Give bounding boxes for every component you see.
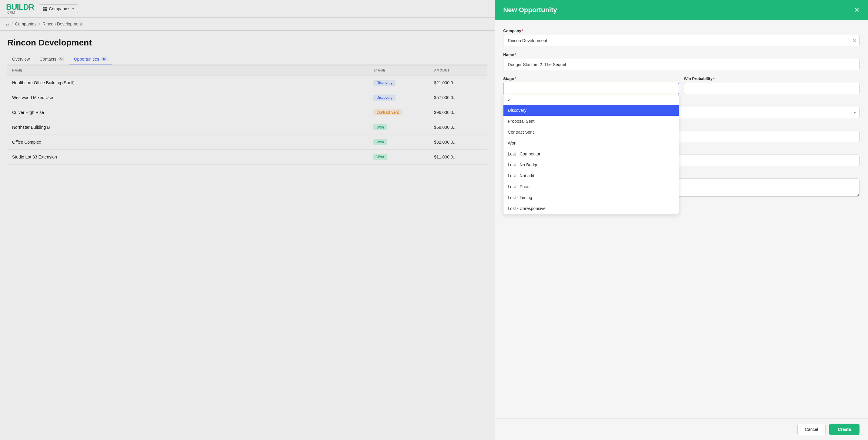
dropdown-item-lost-price[interactable]: Lost - Price [503,181,678,192]
table-header: NAME STAGE AMOUNT [7,65,487,75]
dropdown-item-lost-not-a-fit[interactable]: Lost - Not a fit [503,170,678,181]
opportunities-table: NAME STAGE AMOUNT Healthcare Office Buil… [7,65,487,165]
tab-contacts[interactable]: Contacts 5 [35,54,69,65]
modal-close-button[interactable]: ✕ [854,7,860,13]
dropdown-check-row: ✓ [503,95,678,105]
win-prob-input[interactable] [684,83,860,94]
name-field-group: Name* [503,53,860,70]
name-input[interactable] [503,59,860,70]
company-input[interactable] [503,35,860,46]
modal-header: New Opportunity ✕ [495,0,868,20]
dropdown-item-lost-competitor[interactable]: Lost - Competitor [503,148,678,159]
breadcrumb-companies[interactable]: Companies [15,22,37,26]
header-name: NAME [12,68,373,72]
companies-button[interactable]: Companies ▾ [39,4,78,13]
grid-icon [43,7,47,11]
company-input-wrapper: ✕ [503,35,860,46]
stage-dropdown: ✓ Discovery Proposal Sent Contract Sent … [503,95,679,214]
home-icon[interactable]: ⌂ [6,21,9,27]
tab-overview[interactable]: Overview [7,54,35,65]
dropdown-item-lost-unresponsive[interactable]: Lost - Unresponsive [503,203,678,214]
modal-footer: Cancel Create [495,418,868,440]
name-label: Name* [503,53,860,57]
new-opportunity-modal: New Opportunity ✕ Company* ✕ Name* Sta [495,0,868,440]
company-field-group: Company* ✕ [503,29,860,46]
stage-winprob-row: Stage* ✓ Discovery Proposal Sent Contrac… [503,76,860,100]
header-amount: AMOUNT [434,68,483,72]
table-row[interactable]: Healthcare Office Building (Shell) Disco… [7,75,487,90]
contacts-badge: 5 [58,57,64,61]
tabs: Overview Contacts 5 Opportunities 6 [7,54,487,65]
stage-input[interactable] [503,83,679,94]
dropdown-item-lost-timing[interactable]: Lost - Timing [503,192,678,203]
dropdown-item-proposal-sent[interactable]: Proposal Sent [503,116,678,127]
dropdown-item-discovery[interactable]: Discovery [503,105,678,116]
left-panel: BUILDR CRM Companies ▾ ⌂ / Companies / R… [0,0,495,440]
breadcrumb-sep-2: / [39,22,40,26]
table-row[interactable]: Studio Lot 33 Extension Won $11,000,0... [7,150,487,165]
dropdown-item-lost-no-budget[interactable]: Lost - No Budget [503,159,678,170]
top-bar: BUILDR CRM Companies ▾ [0,0,495,18]
win-prob-field-group: Win Probability* [684,76,860,94]
opportunities-badge: 6 [101,57,107,61]
stage-select-wrapper: ✓ Discovery Proposal Sent Contract Sent … [503,83,679,94]
stage-label: Stage* [503,76,679,81]
breadcrumb-sep-1: / [11,22,13,26]
table-row[interactable]: Culver High Rise Contract Sent $96,000,0… [7,105,487,120]
breadcrumb: ⌂ / Companies / Rincon Development [0,18,495,31]
header-stage: STAGE [373,68,434,72]
stage-field-group: Stage* ✓ Discovery Proposal Sent Contrac… [503,76,679,94]
dropdown-item-won[interactable]: Won [503,138,678,148]
company-clear-button[interactable]: ✕ [852,38,857,43]
check-icon: ✓ [508,98,512,102]
chevron-down-icon: ▾ [72,7,74,11]
dropdown-item-contract-sent[interactable]: Contract Sent [503,127,678,138]
create-button[interactable]: Create [829,424,860,435]
companies-label: Companies [49,6,70,11]
table-row[interactable]: Office Complex Won $32,000,0... [7,135,487,150]
modal-title: New Opportunity [503,6,557,14]
cancel-button[interactable]: Cancel [797,424,826,435]
logo: BUILDR CRM [6,3,34,14]
breadcrumb-current: Rincon Development [42,22,82,26]
table-row[interactable]: Westwood Mixed Use Discovery $57,000,0..… [7,90,487,105]
win-prob-label: Win Probability* [684,76,860,81]
tab-opportunities[interactable]: Opportunities 6 [69,54,112,65]
page-content: Rincon Development Overview Contacts 5 O… [0,31,495,165]
company-label: Company* [503,29,860,33]
page-title: Rincon Development [7,38,487,47]
modal-body: Company* ✕ Name* Stage* [495,20,868,418]
table-row[interactable]: Northstar Building B Won $59,000,0... [7,120,487,135]
